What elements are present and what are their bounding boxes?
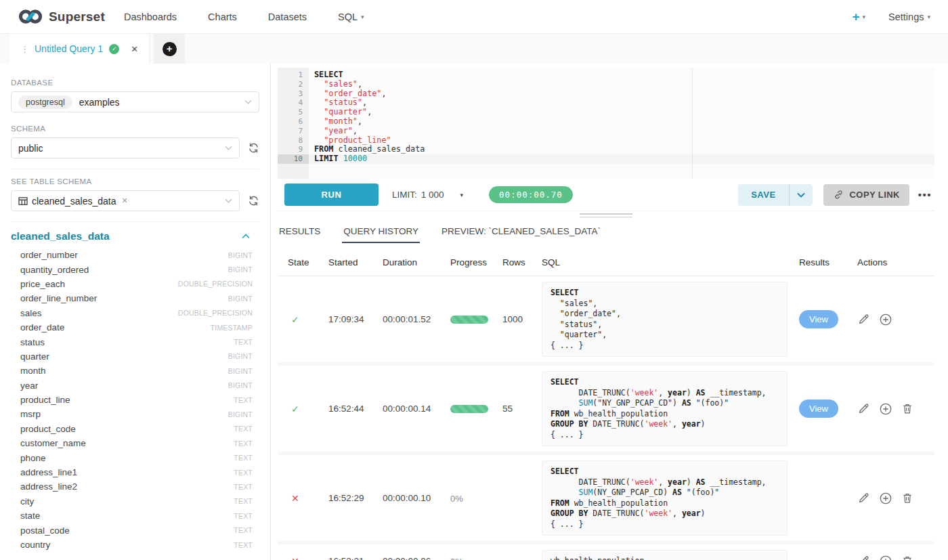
limit-dropdown[interactable]: LIMIT: 1 000 ▾ [392,190,463,200]
remove-table-icon[interactable]: ✕ [122,196,128,205]
sql-editor[interactable]: 1SELECT2 "sales",3 "order_date",4 "statu… [278,68,934,179]
database-select[interactable]: postgresql examples [11,91,259,112]
superset-brand[interactable]: Superset [18,7,105,26]
failed-x-icon: ✕ [278,556,328,560]
progress-bar [450,316,488,324]
editor-line: 7 "year", [278,127,934,136]
column-name: quarter [20,351,49,362]
query-actions [857,402,934,416]
nav-charts[interactable]: Charts [208,12,237,22]
history-rows: ✓17:09:3400:00:01.521000SELECT "sales", … [278,276,934,560]
save-button[interactable]: SAVE [738,184,788,206]
copy-link-button[interactable]: COPY LINK [823,184,909,206]
view-results-button[interactable]: View [799,310,838,328]
column-type: TEXT [234,483,253,491]
history-header-row: StateStartedDurationProgressRowsSQLResul… [278,252,934,276]
column-name: sales [20,308,42,318]
history-header-rows: Rows [502,252,542,276]
column-type: BIGINT [228,352,253,360]
tab-query-history[interactable]: QUERY HISTORY [342,222,420,243]
plus-icon[interactable] [879,555,892,560]
query-actions [857,555,934,560]
nav-sql-menu[interactable]: SQL▾ [338,12,364,22]
history-header-results: Results [799,252,857,276]
tab-results[interactable]: RESULTS [278,222,322,243]
table-column-row: order_dateTIMESTAMP [11,320,259,335]
collapse-table-icon[interactable] [242,234,250,239]
main-nav: Dashboards Charts Datasets SQL▾ [124,12,364,22]
column-type: BIGINT [228,265,253,274]
panel-resize-handle[interactable] [278,211,934,219]
column-name: month [20,366,46,376]
edit-icon[interactable] [857,555,870,560]
chevron-down-icon: ▾ [927,14,930,20]
table-column-row: order_line_numberBIGINT [11,291,259,305]
run-button[interactable]: RUN [284,184,379,206]
sql-line: SUM("NY_GNP_PCAP_CD") AS "(foo)" [551,398,779,409]
chevron-down-icon [244,100,252,104]
refresh-tables-icon[interactable] [248,195,259,207]
history-header-sql: SQL [542,252,799,276]
new-item-menu[interactable]: +▾ [852,9,865,24]
schema-column-list: order_numberBIGINTquantity_orderedBIGINT… [11,248,259,552]
query-tab[interactable]: ⋮ Untitled Query 1 ✓ ✕ [9,34,150,64]
link-icon [833,189,844,200]
editor-code: FROM cleaned_sales_data [309,145,425,154]
settings-menu[interactable]: Settings▾ [888,12,930,22]
editor-line: 9FROM cleaned_sales_data [278,145,934,154]
table-schema-title[interactable]: cleaned_sales_data [11,230,110,242]
close-tab-icon[interactable]: ✕ [131,44,138,54]
editor-code: "status", [309,98,367,108]
drag-handle-icon: ⋮ [20,44,28,54]
query-actions [857,313,934,326]
column-type: BIGINT [228,251,253,259]
sql-line: DATE_TRUNC('week', year) AS __timestamp, [551,477,779,488]
table-column-row: price_eachDOUBLE_PRECISION [11,277,259,291]
chevron-down-icon: ▾ [361,14,364,20]
plus-icon[interactable] [879,402,892,416]
edit-icon[interactable] [857,313,870,326]
schema-select[interactable]: public [11,137,240,158]
sql-lab-main: 1SELECT2 "sales",3 "order_date",4 "statu… [271,64,948,560]
refresh-schemas-icon[interactable] [248,142,259,154]
column-name: country [20,540,50,550]
history-header-duration: Duration [383,252,450,276]
editor-code: "quarter", [309,108,372,117]
column-type: TEXT [234,541,253,549]
table-select[interactable]: cleaned_sales_data ✕ [11,190,240,211]
sql-line: { ... } [551,430,779,441]
sqllab-sidebar: DATABASE postgresql examples SCHEMA publ… [0,64,271,560]
column-type: BIGINT [228,410,253,418]
line-number: 2 [278,80,309,89]
editor-lines: 1SELECT2 "sales",3 "order_date",4 "statu… [278,68,934,164]
edit-icon[interactable] [857,492,870,504]
plus-icon[interactable] [879,313,892,326]
sql-line: "status", [551,320,779,330]
success-check-icon: ✓ [278,314,328,325]
query-started-time: 17:09:34 [328,314,383,324]
column-name: customer_name [20,438,86,448]
table-column-row: countryTEXT [11,538,259,552]
column-type: TEXT [234,439,253,448]
trash-icon[interactable] [901,402,913,415]
nav-datasets[interactable]: Datasets [268,12,307,22]
save-options-button[interactable] [790,184,813,206]
table-column-row: postal_codeTEXT [11,523,259,537]
more-actions-button[interactable]: ••• [918,189,932,200]
tab-preview[interactable]: PREVIEW: `CLEANED_SALES_DATA` [440,222,602,243]
query-started-time: 16:52:44 [328,404,383,414]
plus-icon[interactable] [879,492,892,505]
failed-x-icon: ✕ [278,493,328,504]
trash-icon[interactable] [901,555,913,560]
table-icon [18,197,28,205]
table-column-row: stateTEXT [11,509,259,523]
nav-dashboards[interactable]: Dashboards [124,12,177,22]
query-sql-preview: SELECT DATE_TRUNC('week', year) AS __tim… [542,460,788,536]
trash-icon[interactable] [901,492,913,504]
column-name: product_code [20,424,76,434]
new-tab-button[interactable]: + [154,34,185,64]
edit-icon[interactable] [857,402,870,415]
view-results-button[interactable]: View [799,400,838,418]
limit-value: 1 000 [421,190,444,200]
sql-line: SUM(NY_GNP_PCAP_CD) AS "(foo)" [551,488,779,498]
